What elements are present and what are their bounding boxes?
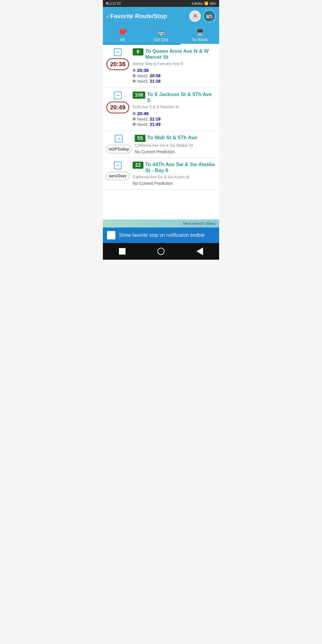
heart-icon: ❤️ xyxy=(118,28,126,36)
spacer xyxy=(103,190,219,219)
pred-time-106-3: 21:49 xyxy=(150,122,161,127)
header: ‹ Favorite Route/Stop ✕ xyxy=(103,7,219,25)
tabs-bar: ❤️ All 🚌 Go Out 🖥️ To Work xyxy=(103,25,219,45)
route-destination-8: To Queen Anne Ave N & W Mercer St xyxy=(145,48,216,60)
network-speed: 4.8KB/s xyxy=(191,2,203,5)
route-number-106: 106 xyxy=(133,92,145,99)
nav-stop-button[interactable] xyxy=(118,247,126,256)
refresh-bar: Next refresh 55sec xyxy=(103,219,219,227)
remove-button-106[interactable]: − xyxy=(114,92,122,99)
dot-icon xyxy=(133,123,136,126)
pred-label-106-2: Next2: xyxy=(137,117,148,121)
route-stop-22: California Ave Sw & Sw Austin St xyxy=(133,175,216,179)
header-title-area: ‹ Favorite Route/Stop xyxy=(106,13,167,20)
battery-display: 68% xyxy=(210,2,216,5)
service-badge-55: nOPToday xyxy=(106,145,132,153)
route-destination-22: To 44Th Ave Sw & Sw Alaska St - Bay 6 xyxy=(145,162,216,174)
prediction-106-2: Next2: 21:19 xyxy=(133,117,216,121)
route-number-22: 22 xyxy=(133,162,143,169)
bus-icon: 🚌 xyxy=(157,28,165,36)
route-destination-55: To Wall St & 5Th Ave xyxy=(147,135,216,141)
home-icon xyxy=(157,248,165,255)
route-left-22: − servOver xyxy=(106,162,130,180)
stop-icon xyxy=(119,248,126,255)
tab-all-label: All xyxy=(120,37,125,42)
time-badge-8: 20:38 xyxy=(106,58,129,70)
tab-towork[interactable]: 🖥️ To Work xyxy=(180,25,219,45)
route-number-55: 55 xyxy=(135,135,145,142)
pred-time-8-1: 20:38 xyxy=(137,68,148,73)
dot-icon xyxy=(133,74,136,77)
route-header-106: 106 To S Jackson St & 5Th Ave S xyxy=(133,92,216,103)
tab-towork-label: To Work xyxy=(192,37,208,42)
pred-label-8-2: Next2: xyxy=(137,74,148,78)
tab-all[interactable]: ❤️ All xyxy=(103,25,142,45)
notification-checkbox[interactable] xyxy=(107,231,115,239)
route-stop-8: Denny Way & Fairview Ave N xyxy=(133,61,216,66)
route-header-8: 8 To Queen Anne Ave N & W Mercer St xyxy=(133,48,216,60)
notification-bar[interactable]: Show favorite stop on notification toolb… xyxy=(103,227,219,243)
route-header-22: 22 To 44Th Ave Sw & Sw Alaska St - Bay 6 xyxy=(133,162,216,174)
tab-goout[interactable]: 🚌 Go Out xyxy=(142,25,180,45)
pred-time-106-2: 21:19 xyxy=(150,117,161,121)
route-destination-106: To S Jackson St & 5Th Ave S xyxy=(147,92,216,103)
dot-icon xyxy=(133,112,136,115)
header-actions: ✕ xyxy=(189,10,216,22)
nav-back-button[interactable] xyxy=(196,247,204,256)
pred-label-106-3: Next3: xyxy=(137,122,148,127)
status-time: 晚上11:33 xyxy=(106,1,121,6)
route-item-55: − nOPToday 55 To Wall St & 5Th Ave Calif… xyxy=(103,131,219,158)
prediction-8-1: 20:38 xyxy=(133,68,216,73)
refresh-text: Next refresh 55sec xyxy=(183,221,216,226)
notification-text: Show favorite stop on notification toolb… xyxy=(119,233,205,238)
prediction-106-1: 20:49 xyxy=(133,111,216,116)
nav-bar xyxy=(103,243,219,260)
service-badge-22: servOver xyxy=(106,172,130,180)
wifi-icon: 📶 xyxy=(204,1,208,5)
page-title: Favorite Route/Stop xyxy=(110,13,167,20)
route-left-106: − 20:49 xyxy=(106,92,130,113)
route-list: − 20:38 8 To Queen Anne Ave N & W Mercer… xyxy=(103,45,219,219)
route-left-8: − 20:38 xyxy=(106,48,130,70)
remove-button-8[interactable]: − xyxy=(114,48,122,56)
route-item-8: − 20:38 8 To Queen Anne Ave N & W Mercer… xyxy=(103,45,219,88)
route-stop-106: 51St Ave S & S Fletcher St xyxy=(133,105,216,109)
nav-home-button[interactable] xyxy=(157,247,165,256)
close-button[interactable]: ✕ xyxy=(189,10,201,22)
sort-button[interactable] xyxy=(203,10,216,22)
route-main-55: 55 To Wall St & 5Th Ave California Ave S… xyxy=(135,135,216,154)
prediction-8-3: Next3: 21:18 xyxy=(133,79,216,83)
work-icon: 🖥️ xyxy=(196,28,204,36)
status-bar: 晚上11:33 4.8KB/s 📶 68% xyxy=(103,0,219,7)
pred-label-8-3: Next3: xyxy=(137,79,148,83)
remove-button-55[interactable]: − xyxy=(115,135,123,143)
no-prediction-22: No Current Prediction xyxy=(133,181,216,186)
route-main-22: 22 To 44Th Ave Sw & Sw Alaska St - Bay 6… xyxy=(133,162,216,186)
status-right: 4.8KB/s 📶 68% xyxy=(191,1,216,5)
route-left-55: − nOPToday xyxy=(106,135,132,153)
route-number-8: 8 xyxy=(133,48,143,55)
remove-button-22[interactable]: − xyxy=(114,162,122,169)
no-prediction-55: No Current Prediction xyxy=(135,149,216,154)
prediction-106-3: Next3: 21:49 xyxy=(133,122,216,127)
pred-time-106-1: 20:49 xyxy=(137,111,148,116)
route-main-8: 8 To Queen Anne Ave N & W Mercer St Denn… xyxy=(133,48,216,84)
close-icon: ✕ xyxy=(193,13,197,19)
prediction-8-2: Next2: 20:58 xyxy=(133,73,216,78)
route-main-106: 106 To S Jackson St & 5Th Ave S 51St Ave… xyxy=(133,92,216,127)
dot-icon xyxy=(133,80,136,83)
route-item-106: − 20:49 106 To S Jackson St & 5Th Ave S … xyxy=(103,88,219,131)
time-badge-106: 20:49 xyxy=(106,102,129,113)
route-header-55: 55 To Wall St & 5Th Ave xyxy=(135,135,216,142)
pred-time-8-3: 21:18 xyxy=(150,79,161,83)
dot-icon xyxy=(133,117,136,120)
route-stop-55: California Ave Sw & Sw Walker St xyxy=(135,143,216,148)
pred-time-8-2: 20:58 xyxy=(150,73,161,78)
tab-goout-label: Go Out xyxy=(154,37,168,42)
route-item-22: − servOver 22 To 44Th Ave Sw & Sw Alaska… xyxy=(103,158,219,190)
back-icon xyxy=(196,247,203,255)
time-display: 晚上11:33 xyxy=(106,1,121,6)
back-arrow-icon[interactable]: ‹ xyxy=(106,13,109,20)
dot-icon xyxy=(133,69,136,72)
